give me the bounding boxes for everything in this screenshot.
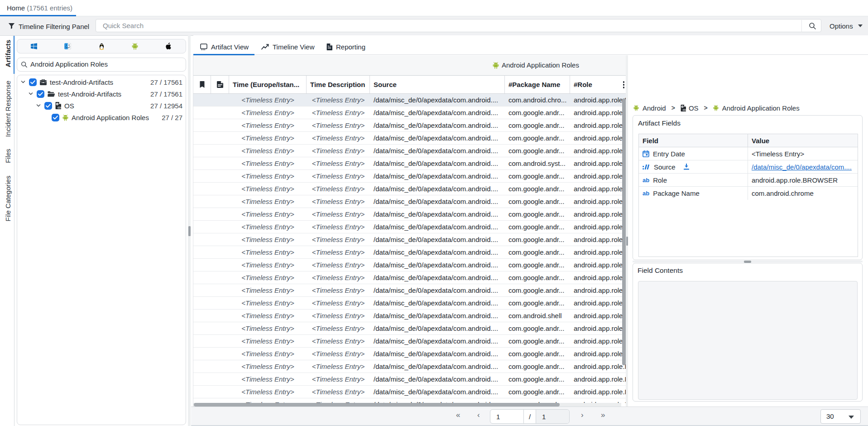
svg-text:SYS: SYS [683, 109, 686, 111]
svg-text:SYS: SYS [58, 107, 61, 109]
